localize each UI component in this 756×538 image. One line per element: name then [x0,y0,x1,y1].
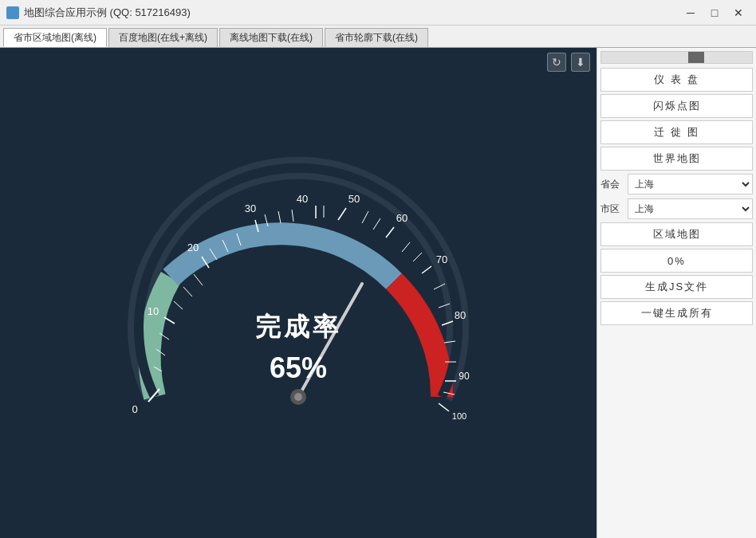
minimize-button[interactable]: ─ [679,5,702,21]
app-icon [6,6,19,19]
svg-text:80: 80 [455,309,466,321]
svg-line-14 [422,266,431,273]
tab-download[interactable]: 离线地图下载(在线) [219,28,323,47]
gauge-svg: 0 10 20 30 40 50 60 [91,126,506,461]
close-button[interactable]: ✕ [727,5,750,21]
tab-contour[interactable]: 省市轮廓下载(在线) [325,28,428,47]
svg-line-33 [292,210,293,222]
province-select[interactable]: 上海 北京 广东 浙江 [628,174,753,194]
refresh-button[interactable]: ↻ [547,53,566,72]
title-bar-left: 地图综合应用示例 (QQ: 517216493) [6,6,191,20]
tab-bar: 省市区域地图(离线) 百度地图(在线+离线) 离线地图下载(在线) 省市轮廓下载… [0,26,756,48]
download-button[interactable]: ⬇ [571,53,590,72]
progress-btn[interactable]: 0% [600,249,753,273]
gen-js-btn[interactable]: 生成JS文件 [600,275,753,299]
svg-line-2 [164,317,175,324]
tab-baidu[interactable]: 百度地图(在线+离线) [108,28,218,47]
svg-text:20: 20 [187,242,199,253]
svg-text:0: 0 [132,403,137,415]
svg-text:40: 40 [297,193,308,205]
svg-line-25 [174,301,183,309]
gauge-container: 0 10 20 30 40 50 60 [91,126,506,461]
city-label: 市区 [600,202,624,216]
gauge-center-text: 完成率 65% [255,310,341,385]
flash-dot-btn[interactable]: 闪烁点图 [600,94,753,118]
svg-line-37 [402,242,410,252]
region-map-btn[interactable]: 区域地图 [600,222,753,246]
svg-line-26 [183,287,192,296]
gen-all-btn[interactable]: 一键生成所有 [600,301,753,325]
download-icon: ⬇ [576,56,585,69]
svg-point-46 [294,393,302,401]
world-map-btn[interactable]: 世界地图 [600,147,753,171]
dashboard-btn[interactable]: 仪 表 盘 [600,68,753,92]
window-title: 地图综合应用示例 (QQ: 517216493) [24,6,191,20]
svg-text:10: 10 [148,305,159,317]
city-select[interactable]: 上海 浦东新区 黄浦区 [628,198,753,219]
svg-line-20 [439,403,449,411]
map-area: ↻ ⬇ [0,48,597,538]
map-toolbar: ↻ ⬇ [547,53,590,72]
main-container: ↻ ⬇ [0,48,756,538]
svg-text:70: 70 [436,253,447,265]
window-controls[interactable]: ─ □ ✕ [679,5,750,21]
city-row: 市区 上海 浦东新区 黄浦区 [600,198,753,220]
gauge-label: 完成率 [255,310,341,345]
svg-line-27 [194,274,203,285]
svg-line-36 [373,218,380,230]
svg-line-10 [338,208,346,220]
province-row: 省会 上海 北京 广东 浙江 [600,173,753,195]
svg-text:30: 30 [245,202,256,214]
scrollbar-thumb [688,52,704,63]
svg-line-35 [362,211,368,223]
province-label: 省会 [600,178,624,191]
migration-btn[interactable]: 迁 徙 图 [600,120,753,144]
svg-line-38 [413,253,422,261]
refresh-icon: ↻ [552,56,561,69]
svg-text:100: 100 [452,411,467,421]
svg-text:90: 90 [459,371,470,382]
svg-line-32 [278,211,281,223]
svg-text:50: 50 [348,193,360,205]
title-bar: 地图综合应用示例 (QQ: 517216493) ─ □ ✕ [0,0,756,26]
sidebar-scrollbar[interactable] [600,51,753,64]
maximize-button[interactable]: □ [703,5,726,21]
svg-line-12 [386,227,394,238]
svg-text:60: 60 [396,212,408,224]
tab-offline-region[interactable]: 省市区域地图(离线) [3,28,107,47]
sidebar: 仪 表 盘 闪烁点图 迁 徙 图 世界地图 省会 上海 北京 广东 浙江 市区 … [597,48,756,538]
gauge-value: 65% [255,351,341,385]
